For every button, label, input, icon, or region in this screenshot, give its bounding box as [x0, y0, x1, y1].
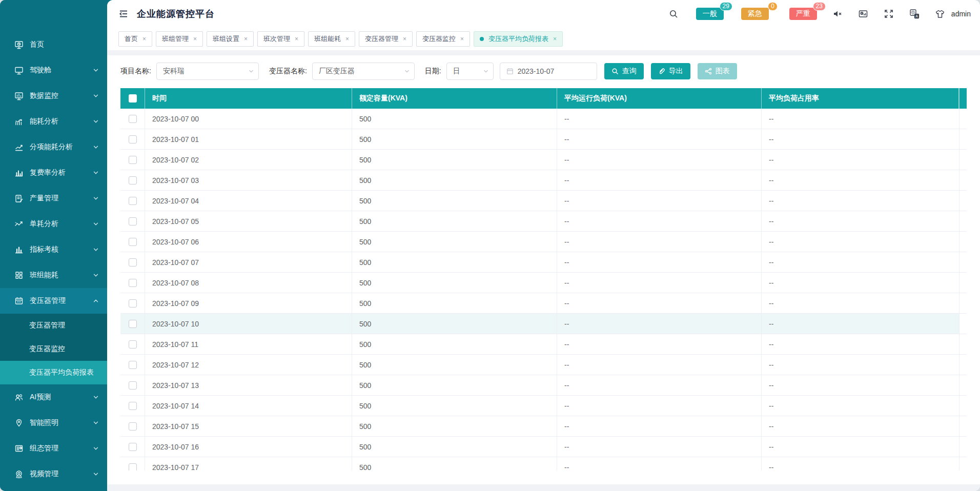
- sidebar-item-transformer[interactable]: 变压器管理: [0, 288, 107, 314]
- row-checkbox[interactable]: [129, 176, 137, 185]
- close-icon[interactable]: ×: [142, 36, 146, 42]
- table-row[interactable]: 2023-10-07 16500----: [120, 437, 967, 457]
- row-checkbox[interactable]: [129, 135, 137, 144]
- row-checkbox[interactable]: [129, 299, 137, 308]
- row-checkbox[interactable]: [129, 381, 137, 390]
- share-chart-icon: [705, 68, 712, 75]
- cell-capacity: 500: [352, 211, 557, 231]
- row-checkbox[interactable]: [129, 443, 137, 451]
- table-row[interactable]: 2023-10-07 06500----: [120, 232, 967, 252]
- table-row[interactable]: 2023-10-07 12500----: [120, 355, 967, 375]
- close-icon[interactable]: ×: [244, 36, 248, 42]
- row-gutter: [959, 211, 967, 231]
- sidebar-item-sub-energy-analysis[interactable]: 分项能耗分析: [0, 134, 107, 160]
- sidebar-item-video[interactable]: 视频管理: [0, 461, 107, 487]
- sidebar-item-rate-analysis[interactable]: 复费率分析: [0, 160, 107, 186]
- table-row[interactable]: 2023-10-07 11500----: [120, 334, 967, 355]
- close-icon[interactable]: ×: [460, 36, 464, 42]
- row-checkbox[interactable]: [129, 340, 137, 349]
- tab-6[interactable]: 变压器监控×: [416, 31, 470, 47]
- close-icon[interactable]: ×: [193, 36, 197, 42]
- sidebar-subitem-transformer-manage[interactable]: 变压器管理: [0, 314, 107, 337]
- search-icon[interactable]: [668, 9, 679, 19]
- export-button[interactable]: 导出: [651, 63, 690, 79]
- row-checkbox[interactable]: [129, 197, 137, 205]
- sidebar-subitem-transformer-load-report[interactable]: 变压器平均负荷报表: [0, 361, 107, 384]
- cell-avg-load: --: [557, 416, 762, 436]
- mute-icon[interactable]: [832, 9, 843, 19]
- sidebar-item-team-energy[interactable]: 班组能耗: [0, 262, 107, 288]
- sidebar-item-kpi[interactable]: 指标考核: [0, 237, 107, 262]
- row-checkbox[interactable]: [129, 463, 137, 471]
- bottom-strip: [107, 484, 980, 491]
- close-icon[interactable]: ×: [295, 36, 298, 42]
- sidebar-item-cockpit[interactable]: 驾驶舱: [0, 57, 107, 83]
- row-checkbox[interactable]: [129, 156, 137, 164]
- table-row[interactable]: 2023-10-07 15500----: [120, 416, 967, 437]
- table-row[interactable]: 2023-10-07 01500----: [120, 129, 967, 150]
- table-row[interactable]: 2023-10-07 13500----: [120, 375, 967, 396]
- transformer-select[interactable]: 厂区变压器: [312, 63, 415, 80]
- row-checkbox[interactable]: [129, 279, 137, 287]
- tab-0[interactable]: 首页×: [118, 31, 152, 47]
- tab-1[interactable]: 班组管理×: [156, 31, 203, 47]
- table-row[interactable]: 2023-10-07 00500----: [120, 109, 967, 129]
- project-select[interactable]: 安科瑞: [156, 63, 259, 80]
- row-checkbox[interactable]: [129, 217, 137, 226]
- table-row[interactable]: 2023-10-07 09500----: [120, 293, 967, 314]
- row-checkbox[interactable]: [129, 402, 137, 410]
- close-icon[interactable]: ×: [345, 36, 349, 42]
- alarm-badge-severe[interactable]: 严重 23: [789, 8, 817, 20]
- row-checkbox[interactable]: [129, 115, 137, 123]
- tab-4[interactable]: 班组能耗×: [308, 31, 355, 47]
- theme-shirt-icon[interactable]: [935, 9, 945, 19]
- table-row[interactable]: 2023-10-07 10500----: [120, 314, 967, 334]
- column-header-avg-load: 平均运行负荷(KVA): [557, 88, 762, 109]
- table-row[interactable]: 2023-10-07 05500----: [120, 211, 967, 232]
- query-button[interactable]: 查询: [604, 63, 644, 79]
- sidebar-item-home[interactable]: 首页: [0, 32, 107, 57]
- chevron-down-icon: [93, 118, 99, 125]
- table-row[interactable]: 2023-10-07 17500----: [120, 457, 967, 470]
- tab-2[interactable]: 班组设置×: [207, 31, 254, 47]
- language-icon[interactable]: 中 A: [909, 9, 920, 19]
- chart-button[interactable]: 图表: [698, 63, 737, 79]
- sidebar-item-data-monitor[interactable]: 数据监控: [0, 83, 107, 109]
- sidebar-item-smart-lighting[interactable]: 智能照明: [0, 410, 107, 436]
- row-checkbox[interactable]: [129, 320, 137, 328]
- table-row[interactable]: 2023-10-07 04500----: [120, 191, 967, 211]
- alarm-badge-urgent[interactable]: 紧急 0: [741, 8, 769, 20]
- table-row[interactable]: 2023-10-07 14500----: [120, 396, 967, 416]
- close-icon[interactable]: ×: [403, 36, 406, 42]
- sidebar-subitem-transformer-monitor[interactable]: 变压器监控: [0, 337, 107, 361]
- row-gutter: [959, 355, 967, 375]
- row-checkbox[interactable]: [129, 258, 137, 267]
- date-picker-input[interactable]: 2023-10-07: [500, 63, 597, 80]
- table-row[interactable]: 2023-10-07 08500----: [120, 273, 967, 293]
- sidebar-item-ai-forecast[interactable]: AI预测: [0, 384, 107, 410]
- date-type-select[interactable]: 日: [446, 63, 494, 80]
- table-row[interactable]: 2023-10-07 07500----: [120, 252, 967, 273]
- sidebar-item-production[interactable]: 产量管理: [0, 186, 107, 211]
- cell-avg-load: --: [557, 293, 762, 313]
- row-checkbox[interactable]: [129, 422, 137, 431]
- select-all-checkbox[interactable]: [129, 94, 137, 103]
- alarm-badge-general[interactable]: 一般 29: [696, 8, 724, 20]
- sidebar-item-unit-consumption[interactable]: 单耗分析: [0, 211, 107, 237]
- big-screen-icon[interactable]: [858, 9, 868, 19]
- sidebar-item-energy-analysis[interactable]: 能耗分析: [0, 109, 107, 134]
- fullscreen-icon[interactable]: [884, 9, 894, 19]
- sidebar-item-scada[interactable]: 组态管理: [0, 436, 107, 461]
- table-row[interactable]: 2023-10-07 02500----: [120, 150, 967, 170]
- scrollbar-gutter: [959, 88, 967, 109]
- trend-icon: [14, 219, 24, 229]
- user-menu[interactable]: admin: [951, 10, 971, 18]
- tab-active-7[interactable]: 变压器平均负荷报表×: [474, 31, 563, 47]
- tab-5[interactable]: 变压器管理×: [359, 31, 413, 47]
- tab-3[interactable]: 班次管理×: [257, 31, 304, 47]
- row-checkbox[interactable]: [129, 361, 137, 369]
- row-checkbox[interactable]: [129, 238, 137, 246]
- close-icon[interactable]: ×: [553, 36, 557, 42]
- collapse-sidebar-icon[interactable]: [118, 9, 129, 19]
- table-row[interactable]: 2023-10-07 03500----: [120, 170, 967, 191]
